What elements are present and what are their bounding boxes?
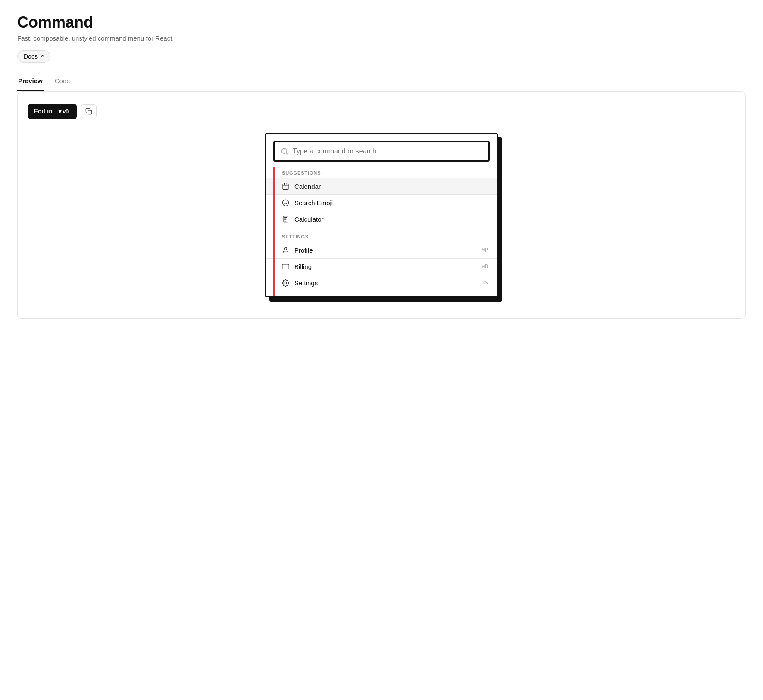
command-item-billing-left: Billing: [282, 263, 312, 270]
command-wrapper: SUGGESTIONS: [28, 133, 735, 297]
docs-button[interactable]: Docs ↗: [17, 50, 50, 62]
command-item-settings[interactable]: Settings ⌘S: [266, 275, 497, 291]
edit-in-v0-button[interactable]: Edit in ▼v0: [28, 104, 77, 119]
svg-rect-3: [283, 184, 288, 189]
command-search-box[interactable]: [273, 141, 490, 162]
command-item-profile-label: Profile: [294, 247, 313, 254]
profile-shortcut: ⌘P: [482, 247, 488, 253]
svg-point-24: [285, 282, 286, 284]
settings-shortcut: ⌘S: [482, 280, 488, 286]
tabs: Preview Code: [17, 73, 746, 91]
command-item-calculator-label: Calculator: [294, 216, 324, 223]
command-item-profile[interactable]: Profile ⌘P: [266, 242, 497, 258]
tab-code[interactable]: Code: [54, 73, 71, 91]
command-list: SUGGESTIONS: [266, 167, 497, 296]
person-icon: [282, 247, 289, 254]
emoji-icon: [282, 199, 289, 206]
copy-icon: [85, 108, 92, 115]
command-item-settings-left: Settings: [282, 279, 318, 287]
command-item-emoji-left: Search Emoji: [282, 199, 333, 206]
page-title: Command: [17, 14, 746, 31]
billing-shortcut: ⌘B: [482, 263, 488, 269]
command-menu: SUGGESTIONS: [265, 133, 498, 297]
tab-preview[interactable]: Preview: [17, 73, 44, 91]
command-item-billing-label: Billing: [294, 263, 312, 270]
command-item-calendar-left: Calendar: [282, 183, 321, 190]
command-item-calculator-left: Calculator: [282, 216, 324, 223]
credit-card-icon: [282, 263, 289, 270]
page-subtitle: Fast, composable, unstyled command menu …: [17, 34, 746, 42]
command-item-profile-left: Profile: [282, 247, 313, 254]
svg-point-21: [285, 247, 287, 250]
copy-button[interactable]: [81, 104, 97, 118]
calculator-icon: [282, 216, 289, 223]
command-shadow: SUGGESTIONS: [265, 133, 498, 297]
command-item-settings-label: Settings: [294, 279, 318, 287]
gear-icon: [282, 279, 289, 287]
calendar-icon: [282, 183, 289, 190]
toolbar: Edit in ▼v0: [28, 104, 735, 119]
v0-logo: ▼v0: [55, 107, 71, 116]
command-item-billing[interactable]: Billing ⌘B: [266, 258, 497, 275]
command-item-emoji-label: Search Emoji: [294, 199, 333, 206]
svg-point-7: [282, 200, 288, 206]
command-item-search-emoji[interactable]: Search Emoji: [266, 194, 497, 211]
docs-button-label: Docs: [24, 53, 38, 60]
command-item-calendar-label: Calendar: [294, 183, 321, 190]
section-header-settings: SETTINGS: [266, 231, 497, 242]
preview-panel: Edit in ▼v0: [17, 91, 746, 319]
svg-rect-0: [88, 110, 92, 114]
red-accent-bar: [273, 167, 275, 296]
command-item-calendar[interactable]: Calendar: [266, 178, 497, 194]
command-item-calculator[interactable]: Calculator: [266, 211, 497, 227]
svg-rect-22: [282, 264, 289, 269]
svg-line-2: [286, 153, 287, 154]
section-header-suggestions: SUGGESTIONS: [266, 167, 497, 178]
search-icon: [281, 147, 288, 155]
external-link-icon: ↗: [40, 53, 44, 59]
edit-button-label: Edit in: [34, 108, 53, 115]
command-search-input[interactable]: [293, 147, 482, 155]
